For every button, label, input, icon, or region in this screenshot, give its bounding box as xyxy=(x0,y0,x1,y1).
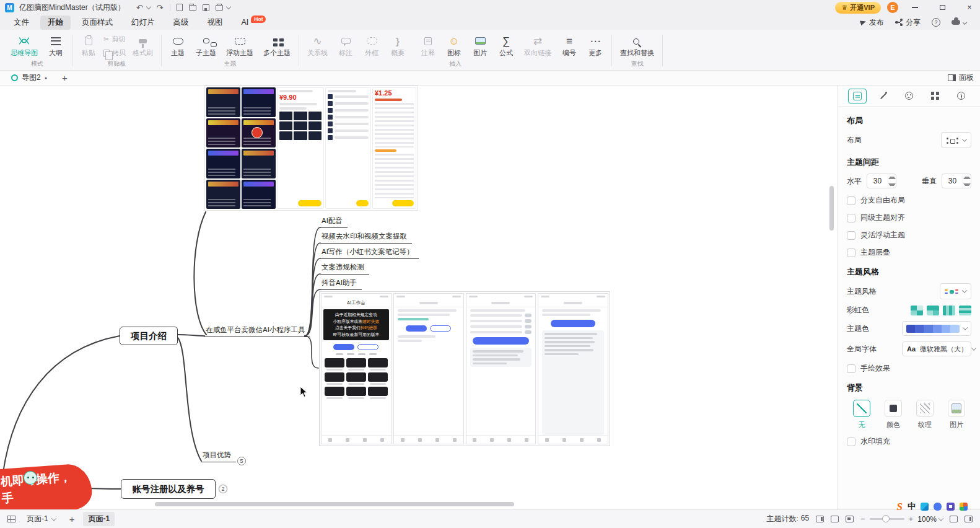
microphone-icon[interactable] xyxy=(934,503,942,511)
topic-douyin-assistant[interactable]: 抖音AI助手 xyxy=(320,278,362,290)
topic-compliance-check[interactable]: 文案违规检测 xyxy=(320,263,369,275)
topic-watermark-removal[interactable]: 视频去水印和视频文案提取 xyxy=(320,232,412,244)
zoom-slider-knob[interactable] xyxy=(882,515,890,522)
outline-mode-button[interactable]: 大纲 xyxy=(43,31,68,58)
topic-project-advantage[interactable]: 项目优势 xyxy=(201,451,236,462)
multiple-topics-button[interactable]: 多个主题 xyxy=(259,31,295,58)
undo-dropdown-icon[interactable] xyxy=(146,4,151,9)
background-color-option[interactable]: 颜色 xyxy=(880,400,907,429)
cloud-sync-button[interactable] xyxy=(952,20,966,25)
paste-button[interactable]: 粘贴 xyxy=(76,31,101,58)
keyboard-icon[interactable] xyxy=(947,503,955,511)
topic-red-highlight[interactable]: 机即可操作， 手 xyxy=(0,463,93,509)
document-tab[interactable]: 导图2 ● xyxy=(6,71,52,84)
publish-button[interactable]: 发布 xyxy=(860,17,884,28)
increase-button[interactable] xyxy=(888,174,896,181)
panel-toggle-button[interactable]: 面板 xyxy=(948,73,974,83)
rainbow-option-4[interactable] xyxy=(959,306,971,315)
zoom-out-button[interactable]: − xyxy=(860,515,865,523)
format-painter-button[interactable]: 格式刷 xyxy=(128,31,157,58)
save-icon[interactable] xyxy=(203,4,209,11)
increase-button[interactable] xyxy=(963,174,971,181)
checkbox-watermark-fill[interactable]: 水印填充 xyxy=(847,436,971,447)
picture-button[interactable]: 图片 xyxy=(468,31,492,58)
checkbox-topic-overlap[interactable]: 主题层叠 xyxy=(847,247,971,258)
vertical-scrollbar[interactable] xyxy=(829,186,834,231)
background-texture-option[interactable]: 纹理 xyxy=(911,400,938,429)
rainbow-option-2[interactable] xyxy=(927,306,939,315)
checkbox-flexible-floating-topic[interactable]: 灵活浮动主题 xyxy=(847,230,971,240)
user-avatar[interactable]: E xyxy=(887,2,898,13)
menu-tab-view[interactable]: 视图 xyxy=(200,15,230,30)
horizontal-spacing-stepper[interactable]: 30 xyxy=(867,174,896,188)
page-overview-icon[interactable] xyxy=(7,516,15,522)
panel-tab-format[interactable] xyxy=(848,89,867,103)
rainbow-option-1[interactable] xyxy=(911,306,923,315)
topic-ai-dubbing[interactable]: AI配音 xyxy=(320,216,348,228)
upgrade-vip-button[interactable]: ♛ 开通VIP xyxy=(835,2,881,14)
menu-tab-ai[interactable]: AI Hot xyxy=(234,16,274,29)
global-font-dropdown[interactable]: Aa 微软雅黑（大） xyxy=(902,341,971,356)
open-file-icon[interactable] xyxy=(189,5,196,11)
topic-button[interactable]: 主题 xyxy=(165,31,190,58)
panel-tab-history[interactable] xyxy=(952,89,970,103)
boundary-button[interactable]: 外框 xyxy=(359,31,384,58)
share-button[interactable]: 分享 xyxy=(895,17,921,28)
rainbow-option-3[interactable] xyxy=(943,306,955,315)
mindmap-mode-button[interactable]: 思维导图 xyxy=(6,31,42,58)
minimize-button[interactable] xyxy=(904,0,925,15)
help-button[interactable]: ? xyxy=(932,18,940,27)
decrease-button[interactable] xyxy=(888,181,896,188)
collapsed-count-badge[interactable]: 5 xyxy=(237,457,246,465)
miniprogram-screenshots-image[interactable]: AI工作台 由于近期相关规定变动 小程序版本或将随时失效 点击关于我们扫码进群 … xyxy=(319,291,610,446)
menu-tab-home[interactable]: 开始 xyxy=(40,15,71,30)
menu-tab-file[interactable]: 文件 xyxy=(6,15,37,30)
product-listings-image[interactable]: ¥9.90 xyxy=(204,86,418,211)
more-insert-button[interactable]: ⋯ 更多 xyxy=(583,31,608,58)
add-page-button[interactable]: + xyxy=(67,514,77,524)
note-button[interactable]: 注释 xyxy=(416,31,440,58)
decrease-button[interactable] xyxy=(963,181,971,188)
undo-button[interactable]: ↶ xyxy=(136,4,143,12)
toolbox-icon[interactable] xyxy=(960,503,968,511)
horizontal-scrollbar[interactable] xyxy=(155,502,514,506)
theme-style-dropdown[interactable] xyxy=(940,283,971,299)
canvas[interactable]: ¥9.90 xyxy=(0,86,838,509)
panel-tab-apps[interactable] xyxy=(925,89,944,103)
panel-tab-sticker[interactable] xyxy=(899,89,918,103)
fit-to-window-icon[interactable] xyxy=(950,516,958,522)
active-page-tab[interactable]: 页面-1 xyxy=(83,512,115,526)
floating-topic-button[interactable]: 浮动主题 xyxy=(222,31,258,58)
language-mode-indicator[interactable]: 中 xyxy=(908,501,916,512)
background-none-option[interactable]: 无 xyxy=(848,400,875,429)
menu-tab-page-style[interactable]: 页面样式 xyxy=(74,15,120,30)
redo-button[interactable]: ↷ xyxy=(157,4,164,12)
summary-button[interactable]: } 概要 xyxy=(385,31,410,58)
checkbox-sibling-alignment[interactable]: 同级主题对齐 xyxy=(847,213,971,223)
checkbox-hand-drawn[interactable]: 手绘效果 xyxy=(847,363,971,374)
copy-button[interactable]: 拷贝 xyxy=(103,48,126,58)
zoom-level[interactable]: 100% xyxy=(917,515,943,524)
layout-dropdown[interactable] xyxy=(941,132,971,148)
numbering-button[interactable]: ≡ 编号 xyxy=(557,31,582,58)
panel-tab-style[interactable] xyxy=(874,89,893,103)
topic-account-registration[interactable]: 账号注册以及养号 xyxy=(121,479,216,499)
bidirectional-link-button[interactable]: ⇄ 双向链接 xyxy=(520,31,556,58)
relationship-button[interactable]: ∿ 关系线 xyxy=(303,31,332,58)
topic-ai-writing[interactable]: AI写作（小红书文案笔记等） xyxy=(320,247,419,259)
more-tools-icon[interactable] xyxy=(225,4,230,9)
sogou-logo-icon[interactable]: S xyxy=(897,501,903,512)
theme-color-dropdown[interactable] xyxy=(902,321,971,336)
topic-project-intro[interactable]: 项目介绍 xyxy=(120,327,178,345)
checkbox-free-branch-layout[interactable]: 分支自由布局 xyxy=(847,195,971,206)
vertical-spacing-stepper[interactable]: 30 xyxy=(942,174,971,188)
menu-tab-advanced[interactable]: 高级 xyxy=(166,15,196,30)
print-icon[interactable] xyxy=(216,5,223,11)
sticker-button[interactable]: ☺ 图标 xyxy=(442,31,466,58)
page-list-dropdown[interactable]: 页面-1 xyxy=(22,512,61,526)
topic-xianyu-platform[interactable]: 在咸鱼平台卖微信AI小程序工具 xyxy=(204,325,310,337)
ai-assistant-robot-icon[interactable] xyxy=(24,471,37,485)
find-replace-button[interactable]: 查找和替换 xyxy=(616,31,658,58)
collapsed-count-badge[interactable]: 2 xyxy=(219,485,227,493)
maximize-button[interactable] xyxy=(932,0,953,15)
